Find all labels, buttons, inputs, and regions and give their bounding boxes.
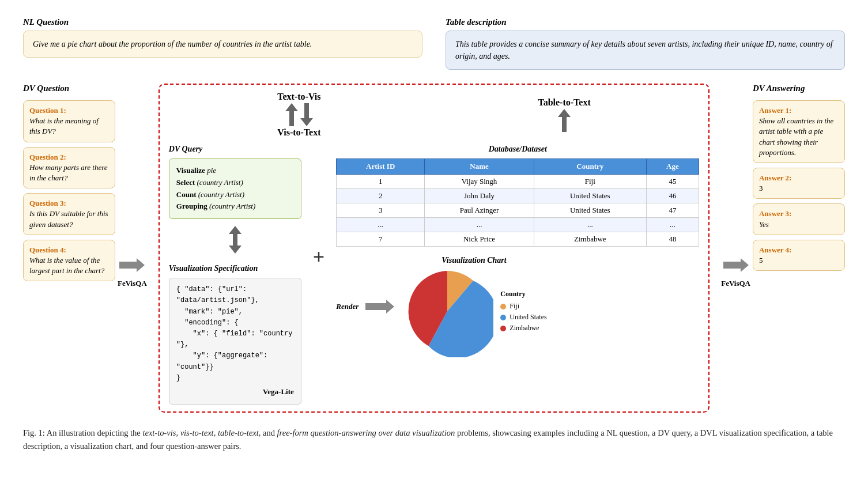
chart-and-legend: Country Fiji United States xyxy=(401,265,546,357)
table-desc-section: Table description This table provides a … xyxy=(446,17,845,70)
legend-dot-zimbabwe xyxy=(500,326,506,331)
visualize-kw: Visualize xyxy=(176,166,205,175)
q4-text: What is the value of the largest part in… xyxy=(29,256,104,275)
table-row: ............ xyxy=(337,218,699,232)
legend-title: Country xyxy=(500,290,546,299)
chart-legend: Country Fiji United States xyxy=(500,290,546,333)
grouping-val: (country Artist) xyxy=(207,202,256,210)
gray-arrow-right-icon xyxy=(723,258,749,272)
table-row: 1Vijay SinghFiji45 xyxy=(337,175,699,189)
nl-label: NL Question xyxy=(23,17,422,27)
caption: Fig. 1: An illustration depicting the te… xyxy=(23,426,845,453)
q3-text: Is this DV suitable for this given datas… xyxy=(29,209,108,228)
fevisqa-left-label: FeVisQA xyxy=(118,279,147,288)
vega-lite-label: Vega-Lite xyxy=(176,386,294,398)
caption-c3: , and xyxy=(259,428,277,437)
center-dashed-box: Text-to-Vis Vis-to-Text Table-to-Te xyxy=(158,84,710,413)
dv-query-label: DV Query xyxy=(169,145,301,154)
render-arrow-icon xyxy=(365,300,394,314)
legend-zimbabwe: Zimbabwe xyxy=(500,324,546,333)
vis-to-text-label: Vis-to-Text xyxy=(277,127,320,138)
caption-v2t: vis-to-text xyxy=(180,428,214,437)
q2-title: Question 2: xyxy=(29,152,109,163)
right-panel: Database/Dataset Artist ID Name Country … xyxy=(336,145,699,405)
nl-section: NL Question Give me a pie chart about th… xyxy=(23,17,422,70)
fevisqa-left: FeVisQA xyxy=(115,84,149,413)
question-1: Question 1: What is the meaning of this … xyxy=(23,100,115,142)
diagram-area: DV Question Question 1: What is the mean… xyxy=(23,84,845,413)
q4-title: Question 4: xyxy=(29,245,109,255)
table-row: 3Paul AzingerUnited States47 xyxy=(337,203,699,218)
left-panel: DV Query Visualize pie Select (country A… xyxy=(169,145,301,405)
table-text-up-arrow xyxy=(558,109,571,132)
grouping-kw: Grouping xyxy=(176,202,207,210)
vis-spec-box: { "data": {"url": "data/artist.json"}, "… xyxy=(169,278,301,404)
col-country: Country xyxy=(534,159,647,175)
answer-4: Answer 4: 5 xyxy=(753,240,845,271)
down-arrow-icon xyxy=(300,103,313,126)
fevisqa-right: FeVisQA xyxy=(719,84,753,413)
legend-label-us: United States xyxy=(510,313,546,322)
plus-icon: + xyxy=(308,245,330,269)
a3-value: Yes xyxy=(759,220,769,229)
main-container: NL Question Give me a pie chart about th… xyxy=(23,17,845,453)
pie-chart xyxy=(401,265,493,357)
vis-chart-label: Visualization Chart xyxy=(401,256,546,265)
database-label: Database/Dataset xyxy=(336,145,699,154)
a3-title: Answer 3: xyxy=(759,209,839,219)
col-artist-id: Artist ID xyxy=(337,159,425,175)
dv-questions: DV Question Question 1: What is the mean… xyxy=(23,84,115,413)
up-arrow-icon xyxy=(285,103,298,126)
a2-value: 3 xyxy=(759,184,763,192)
q1-text: What is the meaning of this DV? xyxy=(29,116,99,135)
svg-marker-2 xyxy=(300,103,313,126)
dv-answers-label: DV Answering xyxy=(753,84,845,93)
caption-t2v: text-to-vis xyxy=(142,428,176,437)
inner-content: DV Query Visualize pie Select (country A… xyxy=(169,145,699,405)
fevisqa-right-label: FeVisQA xyxy=(721,279,750,288)
caption-c1: , xyxy=(176,428,180,437)
caption-c2: , xyxy=(214,428,218,437)
caption-fvqa: free-form question-answering over data v… xyxy=(277,428,455,437)
legend-fiji: Fiji xyxy=(500,302,546,311)
nl-box: Give me a pie chart about the proportion… xyxy=(23,31,422,58)
answer-2: Answer 2: 3 xyxy=(753,168,845,199)
select-val: (country Artist) xyxy=(195,178,243,187)
dv-answers: DV Answering Answer 1: Show all countrie… xyxy=(753,84,845,413)
q1-title: Question 1: xyxy=(29,105,109,116)
answer-1: Answer 1: Show all countries in the arti… xyxy=(753,100,845,163)
legend-label-fiji: Fiji xyxy=(510,302,519,311)
q2-text: How many parts are there in the chart? xyxy=(29,163,108,182)
top-arrows-row: Text-to-Vis Vis-to-Text Table-to-Te xyxy=(169,92,699,138)
legend-dot-us xyxy=(500,315,506,320)
svg-marker-5 xyxy=(365,300,394,314)
vertical-double-arrow xyxy=(169,224,301,259)
vert-double-arrow-icon xyxy=(229,226,241,254)
q3-title: Question 3: xyxy=(29,198,109,209)
select-kw: Select xyxy=(176,178,195,187)
table-desc-label: Table description xyxy=(446,17,845,27)
legend-us: United States xyxy=(500,313,546,322)
col-name: Name xyxy=(425,159,534,175)
table-to-text-label: Table-to-Text xyxy=(538,97,590,108)
query-box: Visualize pie Select (country Artist) Co… xyxy=(169,158,301,219)
question-3: Question 3: Is this DV suitable for this… xyxy=(23,193,115,235)
question-4: Question 4: What is the value of the lar… xyxy=(23,240,115,282)
visualize-val: pie xyxy=(205,166,216,175)
question-2: Question 2: How many parts are there in … xyxy=(23,147,115,189)
count-val: (country Artist) xyxy=(196,190,244,199)
answer-3: Answer 3: Yes xyxy=(753,203,845,235)
table-row: 2John DalyUnited States46 xyxy=(337,189,699,203)
vis-spec-code: { "data": {"url": "data/artist.json"}, "… xyxy=(176,284,294,384)
a2-title: Answer 2: xyxy=(759,173,839,183)
caption-t2t: table-to-text xyxy=(218,428,259,437)
svg-marker-4 xyxy=(229,226,241,254)
a4-value: 5 xyxy=(759,256,763,265)
a1-text: Show all countries in the artist table w… xyxy=(759,116,833,157)
table-desc-box: This table provides a concise summary of… xyxy=(446,31,845,70)
svg-marker-6 xyxy=(723,258,749,272)
database-table: Artist ID Name Country Age 1Vijay SinghF… xyxy=(336,158,699,247)
gray-arrow-left xyxy=(119,258,145,272)
table-row: 7Nick PriceZimbabwe48 xyxy=(337,232,699,247)
a1-title: Answer 1: xyxy=(759,105,839,116)
